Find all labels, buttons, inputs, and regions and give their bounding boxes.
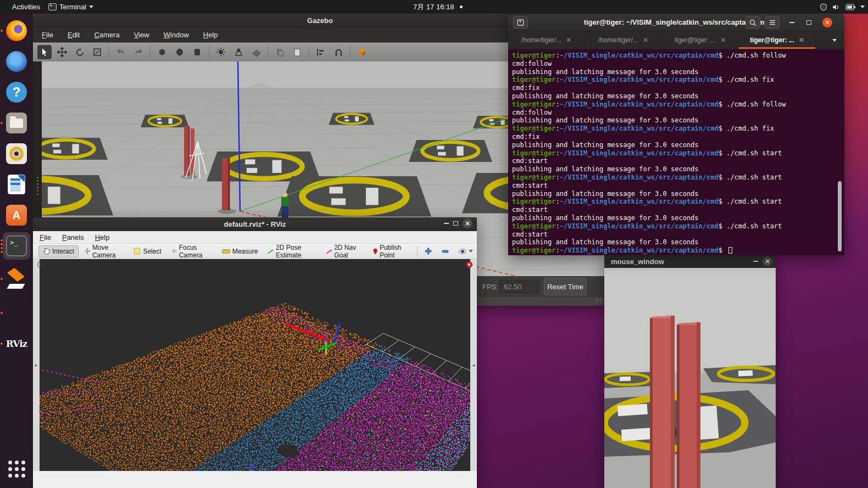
activities-button[interactable]: Activities — [9, 0, 43, 14]
undo-button[interactable] — [114, 45, 128, 59]
reset-time-button[interactable]: Reset Time — [544, 278, 587, 295]
right-panel-toggle[interactable]: ◂ — [470, 259, 477, 471]
top-bar: Activities Terminal 7月 17 16:18 ? — [0, 0, 868, 14]
interact-tool[interactable]: Interact — [38, 245, 79, 257]
publish-point-tool[interactable]: Publish Point — [369, 242, 413, 261]
terminal-line: tiger@tiger:~/VISIM_single/catkin_ws/src… — [512, 76, 844, 84]
chevron-down-icon — [89, 5, 93, 8]
gazebo-menu-camera[interactable]: Camera — [94, 31, 119, 39]
fps-label: FPS: — [482, 283, 498, 291]
minimize-icon[interactable] — [444, 223, 449, 224]
insert-cylinder-tool[interactable] — [190, 45, 204, 59]
close-icon[interactable]: ✕ — [463, 218, 472, 228]
tab-1[interactable]: /home/tiger/...✕ — [508, 31, 585, 49]
camera-view[interactable] — [604, 268, 776, 488]
dock-unknown-app[interactable] — [3, 299, 30, 327]
clock-menu[interactable]: 7月 17 16:18 — [413, 0, 463, 14]
pose-estimate-tool[interactable]: 2D Pose Estimate — [264, 242, 320, 261]
rviz-menu-panels[interactable]: Panels — [62, 233, 84, 242]
tool-properties-button[interactable] — [455, 247, 477, 256]
dock-rhythmbox[interactable] — [3, 140, 30, 167]
copy-button[interactable] — [272, 45, 287, 59]
gazebo-menu-window[interactable]: Window — [164, 31, 189, 39]
scale-tool[interactable] — [90, 45, 104, 59]
building-editor-tool[interactable] — [355, 45, 369, 59]
minimize-icon[interactable] — [753, 261, 758, 262]
terminal-line: cmd:fix — [512, 84, 844, 92]
dock-gazebo[interactable] — [3, 265, 30, 293]
terminal-titlebar[interactable]: tiger@tiger: ~/VISIM_single/catkin_ws/sr… — [508, 14, 844, 31]
tab-3[interactable]: tiger@tiger: ...✕ — [662, 31, 739, 49]
tab-list-dropdown[interactable] — [832, 39, 837, 42]
spot-light-tool[interactable] — [231, 45, 246, 59]
gazebo-title: Gazebo — [307, 16, 333, 25]
gazebo-menu-edit[interactable]: Edit — [68, 31, 80, 39]
dock-ubuntu-software[interactable]: A — [3, 201, 30, 229]
close-icon[interactable]: ✕ — [822, 18, 832, 27]
insert-sphere-tool[interactable] — [173, 45, 187, 59]
dock-help[interactable]: ? — [3, 78, 30, 106]
point-light-tool[interactable] — [214, 45, 228, 59]
insert-box-tool[interactable] — [155, 45, 169, 59]
left-panel-toggle[interactable]: ▸ — [33, 259, 40, 471]
dock-firefox[interactable] — [3, 17, 30, 44]
tab-4-active[interactable]: tiger@tiger: ...✕ — [739, 31, 816, 49]
scrollbar-thumb[interactable] — [838, 181, 842, 251]
directional-light-tool[interactable] — [249, 45, 263, 59]
translate-tool[interactable] — [55, 45, 69, 59]
close-tab-icon[interactable]: ✕ — [566, 36, 571, 44]
svg-text:?: ? — [822, 5, 825, 9]
snap-tool[interactable] — [331, 45, 346, 59]
terminal-icon: >_ — [6, 235, 27, 256]
remove-tool-button[interactable] — [438, 248, 453, 255]
rviz-3d-viewport[interactable] — [40, 259, 470, 471]
dock-terminal[interactable]: >_ — [3, 232, 30, 260]
resize-grip[interactable] — [595, 298, 603, 304]
redo-button[interactable] — [131, 45, 146, 59]
dock-files[interactable] — [3, 109, 30, 137]
rotate-tool[interactable] — [73, 45, 87, 59]
close-tab-icon[interactable]: ✕ — [720, 36, 726, 44]
dock-libreoffice-writer[interactable] — [3, 171, 30, 198]
search-button[interactable] — [745, 16, 760, 29]
tab-2[interactable]: /home/tiger/...✕ — [585, 31, 662, 49]
terminal-line: cmd:start — [512, 206, 844, 214]
show-applications-button[interactable] — [3, 455, 30, 483]
close-tab-icon[interactable]: ✕ — [643, 36, 648, 44]
system-tray[interactable]: ? — [820, 0, 865, 14]
align-tool[interactable] — [314, 45, 328, 59]
terminal-line: cmd:start — [512, 157, 844, 165]
move-camera-tool[interactable]: Move Camera — [81, 242, 127, 261]
focus-camera-tool[interactable]: Focus Camera — [168, 242, 216, 261]
thunderbird-icon — [6, 51, 27, 72]
terminal-line: publishing and latching message for 3.0 … — [512, 141, 844, 149]
gazebo-menu-file[interactable]: File — [42, 31, 53, 39]
nav-goal-tool[interactable]: 2D Nav Goal — [322, 242, 367, 261]
select-tool[interactable] — [37, 45, 52, 59]
maximize-icon[interactable] — [806, 20, 811, 25]
dock-thunderbird[interactable] — [3, 48, 30, 75]
app-menu[interactable]: Terminal — [45, 0, 97, 14]
measure-tool[interactable]: Measure — [218, 246, 262, 257]
paste-button[interactable] — [290, 45, 304, 59]
volume-icon — [832, 3, 841, 11]
fps-value-field: 62.50 — [499, 280, 539, 293]
maximize-icon[interactable] — [453, 221, 458, 226]
rviz-menu-file[interactable]: File — [40, 233, 51, 242]
gazebo-menu-view[interactable]: View — [134, 31, 149, 39]
close-icon[interactable]: ✕ — [763, 256, 772, 266]
minimize-icon[interactable] — [789, 22, 794, 23]
rviz-titlebar[interactable]: default.rviz* - RViz ✕ — [33, 217, 477, 231]
menu-button[interactable] — [765, 16, 780, 29]
terminal-line: tiger@tiger:~/VISIM_single/catkin_ws/src… — [512, 198, 844, 206]
dock-rviz[interactable]: RViz — [3, 330, 30, 357]
close-tab-icon[interactable]: ✕ — [799, 36, 804, 44]
terminal-output[interactable]: tiger@tiger:~/VISIM_single/catkin_ws/src… — [508, 49, 844, 255]
rviz-menu-help[interactable]: Help — [95, 233, 110, 242]
gazebo-menu-help[interactable]: Help — [203, 31, 218, 39]
add-tool-button[interactable] — [421, 246, 436, 256]
help-icon: ? — [6, 82, 27, 103]
mouse-window-titlebar[interactable]: mouse_window ✕ — [604, 255, 776, 268]
select-tool[interactable]: Select — [130, 246, 165, 257]
close-panel-button[interactable] — [466, 261, 472, 268]
